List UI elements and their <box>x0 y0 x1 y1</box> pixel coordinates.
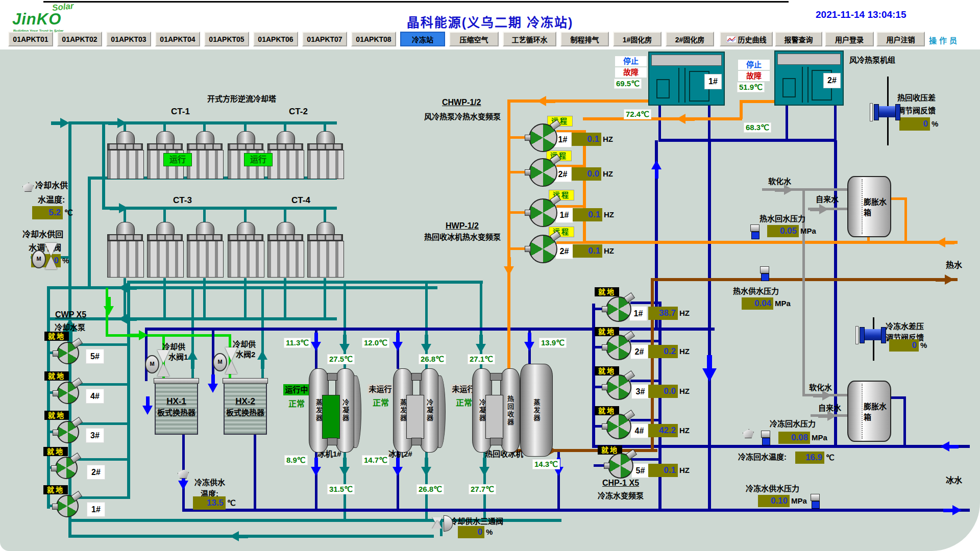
tab-01APKT04[interactable]: 01APKT04 <box>155 32 200 46</box>
label: 自来水 <box>818 402 841 413</box>
label: 1# <box>629 306 647 321</box>
valve-handwheel-icon <box>870 103 873 121</box>
cooling-threeway-valve[interactable] <box>431 514 452 532</box>
tab-用户注销[interactable]: 用户注销 <box>876 32 925 46</box>
chp-pump-3[interactable] <box>606 374 631 400</box>
tab-01APKT06[interactable]: 01APKT06 <box>253 32 298 46</box>
unit-chp5-hz: HZ <box>679 466 690 474</box>
tab-label: 用户注销 <box>887 34 915 44</box>
tab-工艺循环水[interactable]: 工艺循环水 <box>503 32 556 46</box>
hwp-pump-1[interactable] <box>529 198 557 227</box>
label: 冷却水供 <box>35 179 68 191</box>
label: CT-3 <box>173 195 192 206</box>
unit-number: 1# <box>704 74 722 89</box>
label: 正常 <box>373 396 389 408</box>
cwp-pump-2[interactable] <box>55 457 78 479</box>
heat-recovery-dp-valve[interactable] <box>877 106 897 117</box>
pipe <box>708 140 711 510</box>
cwp-pump-1[interactable] <box>56 495 79 517</box>
chwp-pump-2[interactable] <box>529 158 557 187</box>
heat-pump-unit-1#[interactable]: 1# <box>648 52 725 106</box>
chp-pump-5[interactable] <box>608 453 633 479</box>
cooling-tower <box>267 131 303 178</box>
pipe <box>630 458 661 461</box>
label: 热回收冰机热水变频泵 <box>424 231 501 242</box>
tab-01APKT02[interactable]: 01APKT02 <box>57 32 102 46</box>
pipe <box>834 140 837 446</box>
pipe <box>708 106 710 140</box>
chiller-block <box>490 438 502 445</box>
operator-label: 操作员 <box>929 35 960 45</box>
tab-01APKT05[interactable]: 01APKT05 <box>204 32 249 46</box>
label: 软化水 <box>809 382 832 392</box>
value-hwp2-hz: 0.1 <box>573 244 602 258</box>
pipe <box>903 396 906 446</box>
tower-body <box>147 241 184 278</box>
tower-fan <box>316 222 335 235</box>
value-chwp2-hz: 0.0 <box>572 167 601 181</box>
cwp-pump-3[interactable] <box>57 421 79 443</box>
tab-2#固化房[interactable]: 2#固化房 <box>666 32 714 46</box>
page-title: 晶科能源(义乌二期 冷冻站) <box>388 12 592 31</box>
chwp-pump-1[interactable] <box>529 123 557 152</box>
tab-用户登录[interactable]: 用户登录 <box>825 32 874 46</box>
tower-body <box>187 241 224 278</box>
tab-报警查询[interactable]: 报警查询 <box>775 32 822 46</box>
cooling-return-valve[interactable] <box>45 243 57 269</box>
pressure-sensor-icon <box>760 266 769 281</box>
heat-exchanger-HX-2: HX-2板式换热器 <box>224 381 267 435</box>
tower-deck <box>107 143 143 150</box>
tab-label: 01APKT03 <box>111 35 146 43</box>
tab-01APKT08[interactable]: 01APKT08 <box>351 32 396 46</box>
tab-01APKT07[interactable]: 01APKT07 <box>302 32 347 46</box>
tower-fan <box>277 222 295 235</box>
tab-历史曲线[interactable]: 历史曲线 <box>720 32 773 46</box>
vessel-label: 冷凝器 <box>425 399 434 422</box>
value-chwp1-hz: 0.1 <box>572 133 601 146</box>
pressure-sensor-icon <box>811 494 820 509</box>
chp-pump-4[interactable] <box>606 414 631 439</box>
value-hotwater-supply-pressure: 0.04 <box>742 297 773 310</box>
unit-chwp1-hz: HZ <box>603 135 613 143</box>
sensor-top <box>761 431 770 438</box>
label: 5# <box>86 349 104 364</box>
cwp-pump-5[interactable] <box>57 342 79 364</box>
hwp-pump-2[interactable] <box>529 235 557 263</box>
chp-pump-2[interactable] <box>606 335 631 360</box>
tab-01APKT01[interactable]: 01APKT01 <box>8 32 53 46</box>
tower-deck <box>187 143 223 150</box>
tower-fan <box>116 131 135 144</box>
tab-制程排气[interactable]: 制程排气 <box>560 32 609 46</box>
chp-pump-1[interactable] <box>606 296 631 322</box>
chiller-block <box>327 373 337 381</box>
tab-01APKT03[interactable]: 01APKT03 <box>106 32 151 46</box>
vessel-蒸发器: 蒸发器 <box>520 364 553 457</box>
value-chp3-hz: 0.0 <box>648 385 678 398</box>
tower-fan <box>156 131 175 144</box>
tab-label: 工艺循环水 <box>512 34 548 44</box>
label: 就地 <box>43 485 68 494</box>
tab-label: 2#固化房 <box>675 34 705 44</box>
hx-type: 板式换热器 <box>156 407 197 417</box>
tower-fan <box>196 131 214 144</box>
tab-1#固化房[interactable]: 1#固化房 <box>613 32 662 46</box>
threeway-bowtie-icon <box>432 517 440 529</box>
cwp-pump-4[interactable] <box>57 382 79 404</box>
chilled-dp-valve[interactable] <box>863 329 883 340</box>
pipe <box>244 278 247 319</box>
label: 软化水 <box>768 176 791 186</box>
label: 风冷热泵机组 <box>849 54 895 65</box>
heat-pump-unit-2#[interactable]: 2# <box>774 51 844 106</box>
tab-label: 历史曲线 <box>738 34 767 44</box>
tower-deck <box>267 143 303 150</box>
tab-压缩空气[interactable]: 压缩空气 <box>449 32 499 46</box>
unit-number: 2# <box>823 73 841 88</box>
value-chp1-hz: 38.7 <box>648 307 678 320</box>
tab-冷冻站[interactable]: 冷冻站 <box>400 32 445 46</box>
label: 2# <box>630 344 648 359</box>
tower-deck <box>147 143 183 150</box>
vessel-label: 冷凝器 <box>340 399 350 422</box>
label: 运行 <box>163 153 192 166</box>
label: 冰水 <box>946 473 962 486</box>
cooling-tower <box>267 222 303 277</box>
